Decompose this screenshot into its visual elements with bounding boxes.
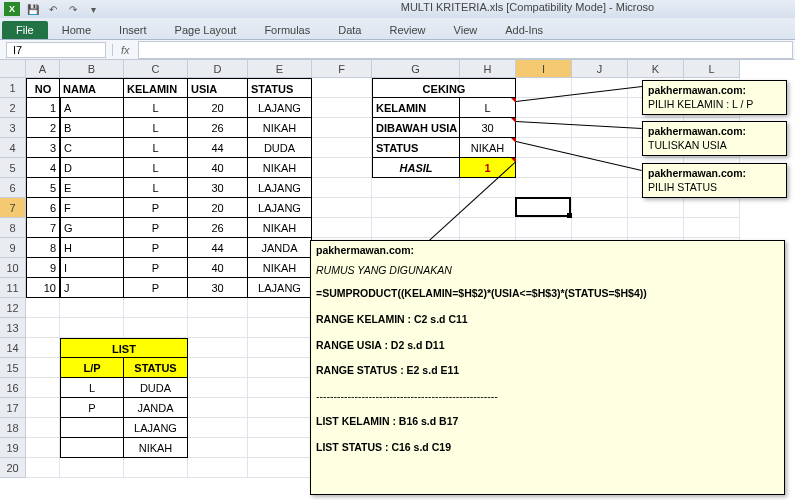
cell-A17[interactable] — [26, 398, 60, 418]
cell-D5[interactable]: 40 — [188, 158, 248, 178]
cell-A2[interactable]: 1 — [26, 98, 60, 118]
tab-addins[interactable]: Add-Ins — [491, 21, 557, 39]
fx-icon[interactable]: fx — [112, 44, 138, 56]
cell-D1[interactable]: USIA — [188, 78, 248, 98]
cell-F2[interactable] — [312, 98, 372, 118]
cell-G8[interactable] — [372, 218, 460, 238]
cell-L8[interactable] — [684, 218, 740, 238]
cell-B4[interactable]: C — [60, 138, 124, 158]
cell-E17[interactable] — [248, 398, 312, 418]
cell-K8[interactable] — [628, 218, 684, 238]
row-header-19[interactable]: 19 — [0, 438, 26, 458]
cell-H4[interactable]: NIKAH — [460, 138, 516, 158]
cell-G3[interactable]: DIBAWAH USIA — [372, 118, 460, 138]
cell-E14[interactable] — [248, 338, 312, 358]
tab-insert[interactable]: Insert — [105, 21, 161, 39]
row-header-15[interactable]: 15 — [0, 358, 26, 378]
tab-data[interactable]: Data — [324, 21, 375, 39]
cell-E15[interactable] — [248, 358, 312, 378]
cell-E18[interactable] — [248, 418, 312, 438]
cell-B12[interactable] — [60, 298, 124, 318]
row-header-16[interactable]: 16 — [0, 378, 26, 398]
cell-H7[interactable] — [460, 198, 516, 218]
cell-B20[interactable] — [60, 458, 124, 478]
col-header-E[interactable]: E — [248, 60, 312, 78]
cell-H8[interactable] — [460, 218, 516, 238]
cell-E5[interactable]: NIKAH — [248, 158, 312, 178]
cell-A14[interactable] — [26, 338, 60, 358]
cell-F8[interactable] — [312, 218, 372, 238]
cell-C13[interactable] — [124, 318, 188, 338]
cell-B15[interactable]: L/P — [60, 358, 124, 378]
cell-E8[interactable]: NIKAH — [248, 218, 312, 238]
undo-icon[interactable]: ↶ — [46, 2, 60, 16]
cell-H2[interactable]: L — [460, 98, 516, 118]
cell-B10[interactable]: I — [60, 258, 124, 278]
col-header-I[interactable]: I — [516, 60, 572, 78]
cell-A6[interactable]: 5 — [26, 178, 60, 198]
cell-A3[interactable]: 2 — [26, 118, 60, 138]
cell-A12[interactable] — [26, 298, 60, 318]
col-header-K[interactable]: K — [628, 60, 684, 78]
cell-D12[interactable] — [188, 298, 248, 318]
row-header-17[interactable]: 17 — [0, 398, 26, 418]
cell-E3[interactable]: NIKAH — [248, 118, 312, 138]
cell-C18[interactable]: LAJANG — [124, 418, 188, 438]
cell-I5[interactable] — [516, 158, 572, 178]
cell-E10[interactable]: NIKAH — [248, 258, 312, 278]
cell-F1[interactable] — [312, 78, 372, 98]
row-header-12[interactable]: 12 — [0, 298, 26, 318]
cell-J2[interactable] — [572, 98, 628, 118]
cell-E6[interactable]: LAJANG — [248, 178, 312, 198]
cell-C5[interactable]: L — [124, 158, 188, 178]
cell-D3[interactable]: 26 — [188, 118, 248, 138]
cell-A16[interactable] — [26, 378, 60, 398]
cell-C6[interactable]: L — [124, 178, 188, 198]
col-header-B[interactable]: B — [60, 60, 124, 78]
formula-input[interactable] — [138, 41, 793, 59]
cell-D17[interactable] — [188, 398, 248, 418]
row-header-7[interactable]: 7 — [0, 198, 26, 218]
tab-home[interactable]: Home — [48, 21, 105, 39]
col-header-D[interactable]: D — [188, 60, 248, 78]
cell-J8[interactable] — [572, 218, 628, 238]
cell-D18[interactable] — [188, 418, 248, 438]
row-header-13[interactable]: 13 — [0, 318, 26, 338]
cell-H3[interactable]: 30 — [460, 118, 516, 138]
save-icon[interactable]: 💾 — [26, 2, 40, 16]
cell-F6[interactable] — [312, 178, 372, 198]
cell-A8[interactable]: 7 — [26, 218, 60, 238]
row-header-2[interactable]: 2 — [0, 98, 26, 118]
cell-G4[interactable]: STATUS — [372, 138, 460, 158]
cell-D16[interactable] — [188, 378, 248, 398]
cell-J3[interactable] — [572, 118, 628, 138]
cell-I6[interactable] — [516, 178, 572, 198]
cell-G7[interactable] — [372, 198, 460, 218]
cell-G6[interactable] — [372, 178, 460, 198]
cell-C7[interactable]: P — [124, 198, 188, 218]
cell-C4[interactable]: L — [124, 138, 188, 158]
cell-L7[interactable] — [684, 198, 740, 218]
cell-D9[interactable]: 44 — [188, 238, 248, 258]
cell-C8[interactable]: P — [124, 218, 188, 238]
cell-J6[interactable] — [572, 178, 628, 198]
cell-F5[interactable] — [312, 158, 372, 178]
cell-C20[interactable] — [124, 458, 188, 478]
cell-D14[interactable] — [188, 338, 248, 358]
cell-A1[interactable]: NO — [26, 78, 60, 98]
row-header-14[interactable]: 14 — [0, 338, 26, 358]
cell-C16[interactable]: DUDA — [124, 378, 188, 398]
cell-E12[interactable] — [248, 298, 312, 318]
cell-A15[interactable] — [26, 358, 60, 378]
cell-A9[interactable]: 8 — [26, 238, 60, 258]
col-header-L[interactable]: L — [684, 60, 740, 78]
cell-B19[interactable] — [60, 438, 124, 458]
cell-D4[interactable]: 44 — [188, 138, 248, 158]
cell-D19[interactable] — [188, 438, 248, 458]
cell-A13[interactable] — [26, 318, 60, 338]
cell-D10[interactable]: 40 — [188, 258, 248, 278]
cell-C9[interactable]: P — [124, 238, 188, 258]
row-header-8[interactable]: 8 — [0, 218, 26, 238]
row-header-5[interactable]: 5 — [0, 158, 26, 178]
cell-B13[interactable] — [60, 318, 124, 338]
